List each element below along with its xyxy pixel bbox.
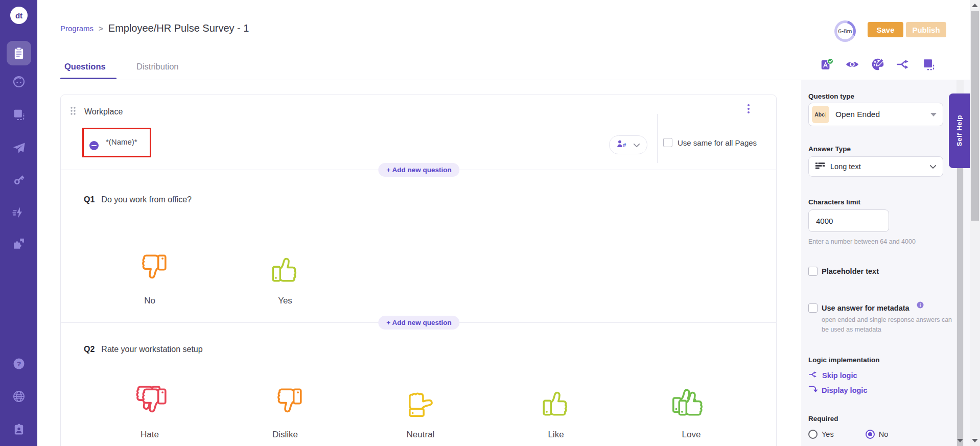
question-1-options: NoYes	[127, 246, 308, 306]
add-new-question-button[interactable]: + Add new question	[378, 316, 459, 330]
theme-palette-icon	[871, 57, 885, 72]
sidebar-item-face[interactable]	[12, 75, 26, 89]
skip-logic-label: Skip logic	[822, 371, 857, 380]
remove-field-icon[interactable]	[89, 141, 99, 150]
breadcrumb-programs-link[interactable]: Programs	[60, 24, 94, 33]
tab-questions[interactable]: Questions	[64, 62, 106, 72]
canvas-toolbar	[820, 57, 936, 72]
tab-distribution[interactable]: Distribution	[136, 62, 179, 72]
metadata-checkbox[interactable]	[808, 303, 818, 313]
option-hate[interactable]: Hate	[127, 380, 172, 440]
option-dislike[interactable]: Dislike	[263, 380, 308, 440]
theme-palette-button[interactable]	[871, 57, 885, 72]
chevron-down-icon	[929, 162, 937, 171]
sidebar-item-puzzle[interactable]	[12, 237, 26, 251]
face-icon	[12, 75, 26, 89]
placeholder-text-checkbox[interactable]	[808, 267, 818, 276]
sidebar-item-help[interactable]: ?	[12, 357, 26, 371]
option-label: Dislike	[272, 430, 298, 440]
survey-builder-app: dt ? Programs > Employee/HR Pulse Survey…	[0, 0, 980, 446]
sidebar-item-clipboard[interactable]	[12, 46, 26, 60]
copy-pages-icon	[922, 57, 936, 72]
add-new-question-button[interactable]: + Add new question	[378, 163, 459, 177]
survey-page-card: Workplace *(Name)* # Use same for all Pa…	[60, 95, 777, 446]
panel-scrollbar-thumb[interactable]	[957, 167, 963, 446]
use-same-label: Use same for all Pages	[678, 138, 757, 147]
skip-logic-link[interactable]: Skip logic	[808, 370, 857, 380]
sidebar-item-paper-plane[interactable]	[12, 141, 26, 155]
question-type-select[interactable]: Abc| Open Ended	[808, 103, 943, 126]
answer-type-select[interactable]: Long text	[808, 156, 943, 177]
header-vertical-divider	[657, 114, 658, 163]
thumb-down-icon	[263, 380, 308, 425]
radio-label: No	[879, 430, 889, 438]
answer-type-value: Long text	[830, 162, 924, 171]
question-1-title[interactable]: Q1 Do you work from office?	[84, 195, 192, 204]
sidebar-item-pages[interactable]	[12, 107, 26, 122]
puzzle-icon	[12, 237, 26, 251]
info-icon[interactable]	[917, 301, 924, 311]
self-help-tab[interactable]: Self Help	[949, 93, 970, 168]
sidebar-item-flash[interactable]	[12, 205, 26, 220]
save-button[interactable]: Save	[868, 22, 903, 37]
pages-icon	[12, 107, 26, 122]
option-yes[interactable]: Yes	[263, 246, 308, 306]
required-label: Required	[808, 415, 838, 422]
sidebar-item-id-badge[interactable]	[12, 422, 26, 436]
option-like[interactable]: Like	[533, 380, 578, 440]
sidebar-item-key[interactable]	[12, 173, 26, 187]
copy-pages-button[interactable]	[922, 57, 936, 72]
page-menu-kebab-icon[interactable]	[744, 104, 753, 116]
drag-handle-icon[interactable]	[70, 106, 76, 115]
sidebar-item-globe[interactable]	[12, 389, 26, 404]
question-text: Do you work from office?	[101, 195, 192, 204]
highlighted-name-field[interactable]: *(Name)*	[82, 128, 151, 157]
preview-eye-button[interactable]	[845, 57, 859, 72]
scroll-down-icon[interactable]	[972, 439, 978, 442]
audience-selector-button[interactable]: #	[609, 135, 647, 154]
metadata-row: Use answer for metadata	[808, 303, 924, 313]
option-no[interactable]: No	[127, 246, 172, 306]
use-same-checkbox[interactable]	[663, 138, 672, 147]
person-hash-icon: #	[616, 139, 629, 151]
publish-button[interactable]: Publish	[906, 22, 946, 37]
active-tab-underline	[60, 78, 116, 79]
required-yes-radio[interactable]: Yes	[808, 430, 834, 439]
question-number: Q1	[84, 195, 95, 204]
logic-implementation-label: Logic implementation	[808, 356, 880, 364]
page-title: Employee/HR Pulse Survey - 1	[108, 22, 249, 34]
scroll-down-icon[interactable]	[957, 439, 963, 442]
share-button[interactable]	[896, 57, 911, 72]
paper-plane-icon	[12, 141, 26, 155]
page-scrollbar[interactable]	[970, 0, 980, 446]
required-no-radio[interactable]: No	[866, 430, 889, 439]
thumb-side-icon	[398, 380, 443, 425]
name-field-text: *(Name)*	[106, 137, 137, 146]
share-icon	[896, 57, 911, 72]
svg-text:#: #	[623, 142, 626, 148]
placeholder-text-row: Placeholder text	[808, 267, 879, 276]
radio-icon[interactable]	[866, 430, 875, 439]
display-logic-link[interactable]: Display logic	[808, 385, 867, 395]
open-ended-icon: Abc|	[812, 106, 829, 123]
key-icon	[12, 173, 26, 187]
question-2-title[interactable]: Q2 Rate your workstation setup	[84, 345, 203, 354]
skip-logic-icon	[808, 370, 818, 380]
characters-limit-hint: Enter a number between 64 and 4000	[808, 238, 916, 245]
clipboard-icon	[12, 46, 26, 60]
page-scrollbar-thumb[interactable]	[971, 11, 979, 221]
scroll-up-icon[interactable]	[972, 4, 978, 7]
characters-limit-label: Characters limit	[808, 198, 860, 206]
app-logo[interactable]: dt	[10, 7, 28, 24]
option-neutral[interactable]: Neutral	[398, 380, 443, 440]
long-text-icon	[815, 161, 825, 172]
page-section-title: Workplace	[84, 107, 123, 116]
option-love[interactable]: Love	[669, 380, 714, 440]
svg-text:?: ?	[16, 360, 20, 368]
radio-icon[interactable]	[808, 430, 818, 439]
option-label: Yes	[278, 296, 292, 306]
translate-check-button[interactable]	[820, 57, 834, 72]
placeholder-text-label: Placeholder text	[822, 267, 879, 275]
characters-limit-input[interactable]	[808, 209, 889, 232]
metadata-label: Use answer for metadata	[822, 304, 909, 312]
